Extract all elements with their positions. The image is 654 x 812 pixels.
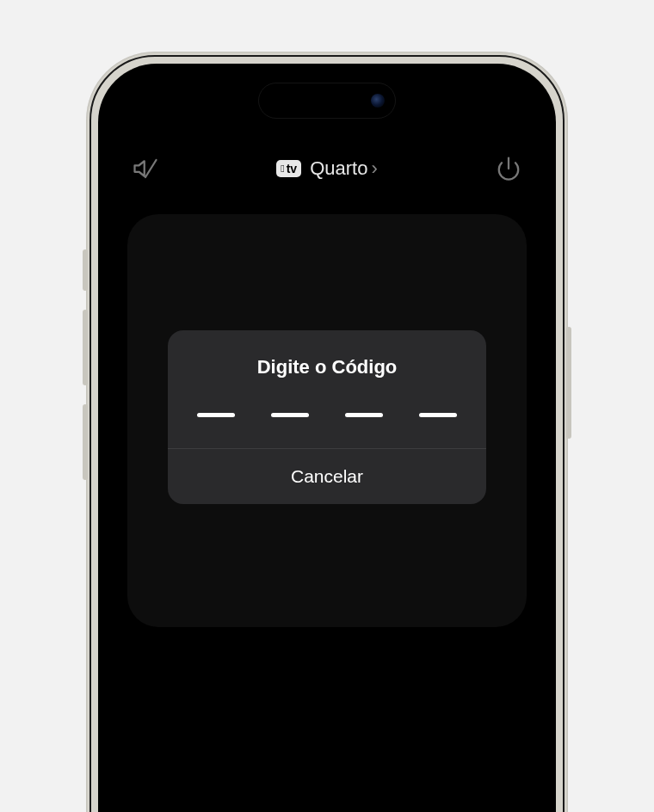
code-modal-overlay: Digite o Código Cancelar xyxy=(98,64,556,812)
phone-frame: tv Quarto › CONECTANDO... xyxy=(86,52,568,812)
modal-title: Digite o Código xyxy=(257,356,398,378)
side-button xyxy=(83,249,88,291)
phone-screen: tv Quarto › CONECTANDO... xyxy=(98,64,556,812)
code-entry-modal: Digite o Código Cancelar xyxy=(168,330,486,504)
code-slot xyxy=(345,413,383,417)
code-slot xyxy=(419,413,457,417)
cancel-button[interactable]: Cancelar xyxy=(168,449,486,504)
code-slot xyxy=(271,413,309,417)
volume-up-button xyxy=(83,310,88,385)
code-slot xyxy=(197,413,235,417)
volume-down-button xyxy=(83,404,88,480)
power-side-button xyxy=(566,327,571,439)
code-input[interactable] xyxy=(197,413,457,417)
